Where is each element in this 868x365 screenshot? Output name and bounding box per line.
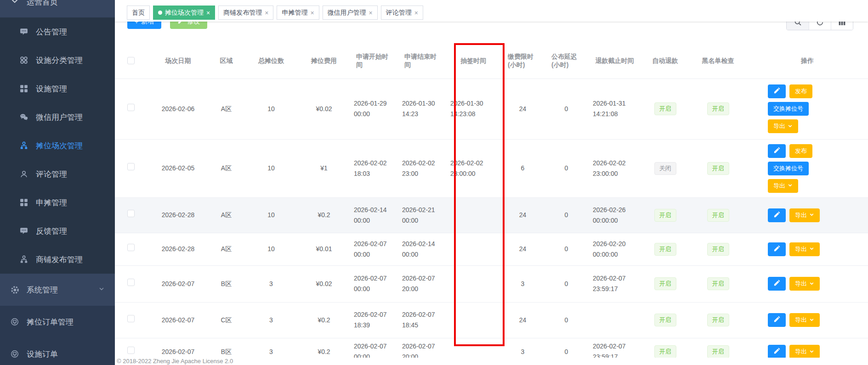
export-button[interactable]: 导出 <box>768 179 798 193</box>
close-icon[interactable]: × <box>206 10 210 16</box>
auto-refund-tag: 开启 <box>654 314 676 326</box>
tab-label: 商铺发布管理 <box>223 6 262 19</box>
edit-row-button[interactable] <box>768 144 786 158</box>
close-icon[interactable]: × <box>310 10 314 16</box>
edit-row-button[interactable] <box>768 84 786 98</box>
tab-item[interactable]: 微信用户管理× <box>323 6 378 20</box>
select-all-header <box>115 44 147 79</box>
export-button[interactable]: 导出 <box>768 119 798 133</box>
table-row: 2026-02-07B区3¥0.022026-02-07 00:002026-0… <box>115 265 868 302</box>
sidebar-item[interactable]: 设施订单 <box>0 338 115 365</box>
row-checkbox[interactable] <box>127 244 135 251</box>
export-button[interactable]: 导出 <box>789 345 820 359</box>
pencil-icon <box>773 280 780 288</box>
lottery-time-cell <box>446 265 501 302</box>
column-header: 申请结束时间 <box>397 44 446 79</box>
close-icon[interactable]: × <box>265 10 268 16</box>
row-checkbox[interactable] <box>127 104 135 111</box>
close-icon[interactable]: × <box>414 10 418 16</box>
edit-row-button[interactable] <box>768 242 786 256</box>
row-actions: 导出 <box>768 345 838 359</box>
pay-limit-cell: 24 <box>501 233 545 265</box>
tab-item[interactable]: 申摊管理× <box>277 6 319 20</box>
total-cell: 3 <box>244 265 299 302</box>
tags-view-bar: 首页摊位场次管理×商铺发布管理×申摊管理×微信用户管理×评论管理× <box>115 0 868 22</box>
sidebar-item[interactable]: 设施管理 <box>0 74 115 103</box>
row-checkbox[interactable] <box>127 163 135 170</box>
row-checkbox[interactable] <box>127 279 135 286</box>
sidebar-item-clipped-top[interactable]: 运营首页 <box>0 0 115 17</box>
blacklist-tag: 开启 <box>707 277 729 290</box>
sidebar-item[interactable]: 申摊管理 <box>0 188 115 217</box>
sidebar-item[interactable]: 微信用户管理 <box>0 103 115 131</box>
apply-start-cell: 2026-02-14 00:00 <box>349 197 397 233</box>
sessions-table: 场次日期区域总摊位数摊位费用申请开始时间申请结束时间抽签时间缴费限时(小时)公布… <box>115 44 868 365</box>
sidebar-item[interactable]: 评论管理 <box>0 160 115 188</box>
close-icon[interactable]: × <box>369 10 373 16</box>
export-button[interactable]: 导出 <box>789 313 820 327</box>
actions-cell: 导出 <box>747 302 868 338</box>
row-actions: 导出 <box>768 277 838 291</box>
apply-end-cell: 2026-01-30 14:23 <box>397 79 446 139</box>
grid-icon <box>19 84 28 93</box>
sidebar: 运营首页公告管理设施分类管理设施管理微信用户管理摊位场次管理评论管理申摊管理反馈… <box>0 0 115 365</box>
pay-limit-cell: 24 <box>501 302 545 338</box>
edit-row-button[interactable] <box>768 208 786 222</box>
row-checkbox[interactable] <box>127 210 135 217</box>
lottery-time-cell <box>446 197 501 233</box>
edit-row-button[interactable] <box>768 277 786 291</box>
user-icon <box>19 169 28 179</box>
column-header: 场次日期 <box>147 44 209 79</box>
active-dot-icon <box>158 11 162 15</box>
caret-down-icon <box>809 317 814 324</box>
column-header: 公布延迟(小时) <box>545 44 588 79</box>
edit-row-button[interactable] <box>768 313 786 327</box>
sidebar-item-label: 摊位场次管理 <box>36 140 83 151</box>
publish-button[interactable]: 发布 <box>789 144 812 158</box>
caret-down-icon <box>809 212 814 219</box>
export-button[interactable]: 导出 <box>789 277 820 291</box>
row-select-cell <box>115 233 147 265</box>
auto-refund-cell: 开启 <box>641 265 689 302</box>
export-button[interactable]: 导出 <box>789 208 820 222</box>
select-all-checkbox[interactable] <box>127 57 135 64</box>
sidebar-item-label: 系统管理 <box>27 285 58 295</box>
swap-stall-button[interactable]: 交换摊位号 <box>768 102 809 116</box>
sidebar-item[interactable]: 摊位订单管理 <box>0 306 115 338</box>
sidebar-item-label: 运营首页 <box>27 0 58 7</box>
refund-deadline-cell: 2026-02-07 23:59:17 <box>588 265 641 302</box>
actions-cell: 导出 <box>747 233 868 265</box>
tab-item[interactable]: 评论管理× <box>381 6 423 20</box>
fee-cell: ¥1 <box>299 139 349 197</box>
export-button[interactable]: 导出 <box>789 242 820 256</box>
sidebar-item[interactable]: 系统管理 <box>0 274 115 306</box>
order-icon <box>10 317 19 326</box>
sidebar-item-label: 设施分类管理 <box>36 55 83 66</box>
sidebar-item[interactable]: 商铺发布管理 <box>0 245 115 274</box>
row-actions: 发布交换摊位号导出 <box>768 84 838 133</box>
swap-stall-button[interactable]: 交换摊位号 <box>768 162 809 175</box>
column-header: 自动退款 <box>641 44 689 79</box>
publish-button[interactable]: 发布 <box>789 84 812 98</box>
column-header-label: 申请开始时间 <box>356 53 391 69</box>
fee-cell: ¥0.2 <box>299 197 349 233</box>
sidebar-item[interactable]: 设施分类管理 <box>0 46 115 74</box>
area-cell: B区 <box>209 265 244 302</box>
row-checkbox[interactable] <box>127 347 135 354</box>
sidebar-item[interactable]: 摊位场次管理 <box>0 131 115 160</box>
tab-item[interactable]: 首页 <box>127 6 150 20</box>
edit-row-button[interactable] <box>768 345 786 359</box>
column-header: 申请开始时间 <box>349 44 397 79</box>
tab-item[interactable]: 商铺发布管理× <box>218 6 273 20</box>
actions-cell: 导出 <box>747 265 868 302</box>
table-container: 场次日期区域总摊位数摊位费用申请开始时间申请结束时间抽签时间缴费限时(小时)公布… <box>115 44 868 365</box>
sidebar-item[interactable]: 反馈管理 <box>0 217 115 245</box>
row-checkbox[interactable] <box>127 315 135 322</box>
sidebar-item[interactable]: 公告管理 <box>0 17 115 46</box>
tab-item[interactable]: 摊位场次管理× <box>153 6 215 20</box>
pencil-icon <box>773 211 780 219</box>
sidebar-item-label: 公告管理 <box>36 27 67 37</box>
actions-cell: 发布交换摊位号导出 <box>747 139 868 197</box>
date-cell: 2026-02-28 <box>147 197 209 233</box>
table-row: 2026-02-28A区10¥0.012026-02-07 00:002026-… <box>115 233 868 265</box>
